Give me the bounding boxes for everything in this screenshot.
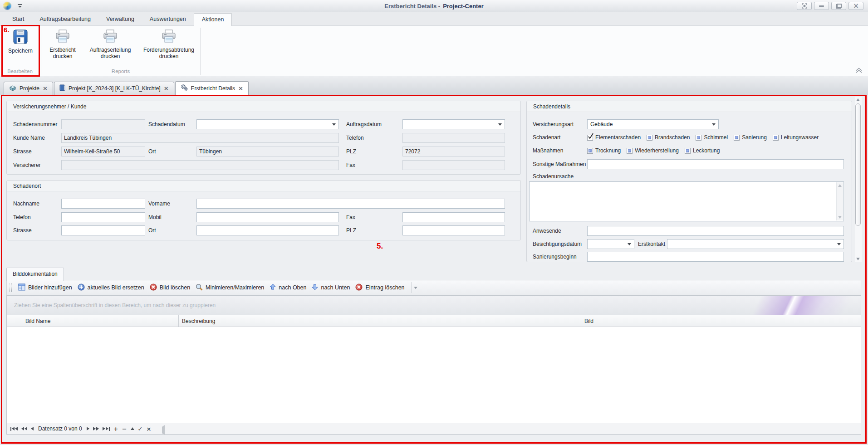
doc-tab-projekte[interactable]: Projekte — [4, 82, 53, 95]
delete-record-button[interactable]: − — [122, 425, 127, 432]
sanierungsbeginn-label: Sanierungsbeginn — [533, 252, 577, 262]
nach-unten-button[interactable]: nach Unten — [312, 284, 350, 292]
ribbon-collapse-icon[interactable] — [855, 68, 863, 75]
previous-record-button[interactable] — [31, 425, 34, 432]
close-button[interactable] — [848, 2, 863, 10]
end-edit-button[interactable]: ✓ — [138, 425, 143, 432]
anwesende-label: Anwesende — [533, 226, 561, 236]
auftragsdatum-combo[interactable] — [402, 119, 505, 129]
grid-header-row: Bild Name Beschreibung Bild — [7, 315, 861, 327]
checkbox-label: Leckortung — [693, 147, 720, 154]
scroll-up-icon[interactable] — [838, 184, 842, 187]
checkbox-elementarschaden[interactable]: Elementarschaden — [587, 134, 641, 141]
plz-input[interactable] — [402, 147, 505, 156]
checkbox-label: Leitungswasser — [781, 134, 819, 141]
print-erstbericht-button[interactable]: Erstbericht drucken — [44, 28, 82, 67]
edit-record-button[interactable] — [131, 425, 134, 432]
strasse-input[interactable] — [61, 147, 145, 156]
column-header-beschreibung[interactable]: Beschreibung — [179, 315, 581, 327]
doc-tab-erstbericht-details[interactable]: Erstbericht Details — [175, 81, 249, 95]
minimize-button[interactable] — [814, 2, 829, 10]
append-record-button[interactable]: + — [113, 425, 118, 432]
bild-loeschen-button[interactable]: Bild löschen — [150, 284, 190, 292]
nach-oben-button[interactable]: nach Oben — [270, 284, 306, 292]
checkbox-indeterminate-icon — [734, 135, 740, 141]
close-icon[interactable] — [43, 85, 48, 92]
horizontal-scroll-left-icon[interactable] — [162, 427, 165, 433]
doc-tab-projekt-k2024[interactable]: Projekt [K_2024-3] [K_LK-TÜ_Kirchte] — [54, 82, 174, 95]
ribbon-tab-aktionen[interactable]: Aktionen — [194, 13, 232, 26]
schadensnummer-input[interactable] — [61, 119, 145, 129]
doc-tab-label: Projekt [K_2024-3] [K_LK-TÜ_Kirchte] — [69, 85, 161, 92]
column-header-bild[interactable]: Bild — [581, 315, 861, 327]
scroll-down-icon[interactable] — [838, 216, 842, 219]
restore-button[interactable] — [831, 2, 846, 10]
vorname-input[interactable] — [196, 199, 505, 209]
vorname-label: Vorname — [148, 199, 170, 209]
column-header-bild-name[interactable]: Bild Name — [22, 315, 179, 327]
schadenursache-textarea[interactable] — [529, 181, 844, 221]
fax-input[interactable] — [402, 160, 505, 170]
kunde-name-input[interactable] — [61, 133, 339, 143]
erstkontakt-combo[interactable] — [667, 239, 844, 249]
nachname-input[interactable] — [61, 199, 145, 209]
sanierungsbeginn-input[interactable] — [587, 252, 844, 262]
ribbon-tab-auswertungen[interactable]: Auswertungen — [142, 13, 194, 26]
ort-input[interactable] — [196, 225, 339, 235]
scrollbar-thumb[interactable] — [855, 103, 861, 226]
telefon-input[interactable] — [61, 212, 145, 222]
next-record-button[interactable] — [87, 425, 89, 432]
versicherungsart-value: Gebäude — [590, 121, 613, 127]
gears-icon — [181, 84, 188, 93]
toolbar-overflow-button[interactable] — [411, 282, 420, 293]
checkbox-checked-icon — [587, 135, 593, 141]
checkbox-brandschaden[interactable]: Brandschaden — [647, 134, 690, 141]
checkbox-label: Elementarschaden — [595, 134, 641, 141]
checkbox-wiederherstellung[interactable]: Wiederherstellung — [627, 147, 679, 154]
checkbox-sanierung[interactable]: Sanierung — [734, 134, 767, 141]
minimieren-maximieren-button[interactable]: Minimieren/Maximieren — [196, 284, 264, 292]
print-forderungsabtretung-button[interactable]: Forderungsabtretung drucken — [139, 28, 199, 67]
telefon-input[interactable] — [402, 133, 505, 143]
checkbox-leitungswasser[interactable]: Leitungswasser — [773, 134, 819, 141]
ribbon-tab-auftragsbearbeitung[interactable]: Auftragsbearbeitung — [32, 13, 98, 26]
plz-input[interactable] — [402, 225, 505, 235]
fullscreen-button[interactable] — [797, 2, 812, 10]
schadendatum-combo[interactable] — [196, 119, 339, 129]
scroll-down-icon[interactable] — [856, 258, 860, 260]
versicherungsart-combo[interactable]: Gebäude — [587, 119, 719, 129]
ribbon-tab-start[interactable]: Start — [5, 13, 32, 26]
magnifier-icon — [196, 284, 203, 292]
ribbon-tab-verwaltung[interactable]: Verwaltung — [98, 13, 142, 26]
bilder-hinzufuegen-button[interactable]: Bilder hinzufügen — [18, 284, 72, 292]
besichtigungsdatum-combo[interactable] — [587, 239, 634, 249]
ort-input[interactable] — [196, 147, 339, 156]
strasse-input[interactable] — [61, 225, 145, 235]
checkbox-leckortung[interactable]: Leckortung — [685, 147, 720, 154]
print-auftragserteilung-button[interactable]: Auftragserteilung drucken — [84, 28, 136, 67]
next-page-button[interactable] — [93, 425, 99, 432]
first-record-button[interactable] — [10, 425, 18, 432]
toolbar-drag-grip[interactable] — [10, 284, 12, 292]
textarea-scrollbar[interactable] — [836, 182, 843, 220]
sonstige-massnahmen-input[interactable] — [587, 159, 844, 169]
anwesende-input[interactable] — [587, 226, 844, 236]
mobil-input[interactable] — [196, 212, 339, 222]
tab-bilddokumentation[interactable]: Bilddokumentation — [6, 268, 64, 281]
checkbox-schimmel[interactable]: Schimmel — [696, 134, 728, 141]
checkbox-trocknung[interactable]: Trocknung — [587, 147, 621, 154]
form-vertical-scrollbar[interactable] — [855, 97, 862, 262]
versicherer-input[interactable] — [61, 160, 339, 170]
fax-input[interactable] — [402, 212, 505, 222]
ribbon-group-caption-reports: Reports — [42, 67, 200, 76]
grid-body-empty[interactable] — [7, 327, 861, 423]
scroll-up-icon[interactable] — [856, 98, 860, 101]
fullscreen-icon — [802, 3, 807, 9]
cancel-edit-button[interactable]: × — [146, 425, 151, 432]
close-icon[interactable] — [238, 85, 243, 92]
eintrag-loeschen-button[interactable]: Eintrag löschen — [355, 284, 404, 292]
close-icon[interactable] — [164, 85, 169, 92]
last-record-button[interactable] — [103, 425, 110, 432]
previous-page-button[interactable] — [21, 425, 27, 432]
bild-ersetzen-button[interactable]: aktuelles Bild ersetzen — [78, 284, 144, 292]
